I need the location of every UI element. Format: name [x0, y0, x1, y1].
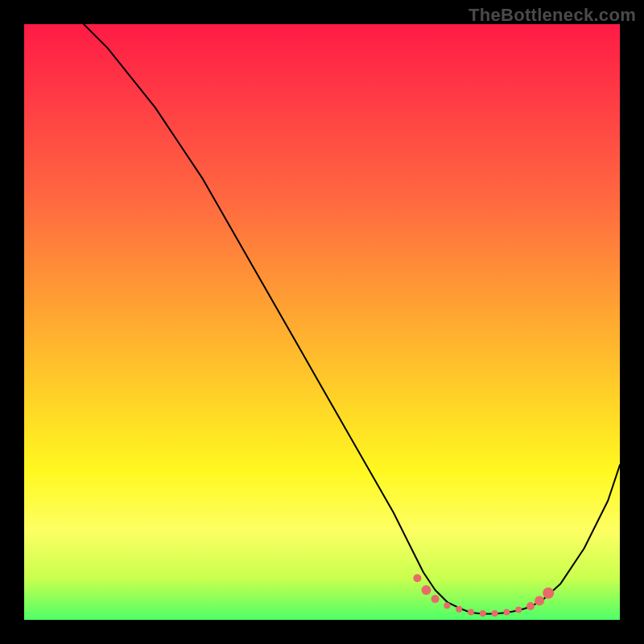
chart-frame: TheBottleneck.com	[0, 0, 644, 644]
valley-dot	[468, 609, 474, 615]
valley-dot	[526, 602, 535, 610]
valley-dot	[444, 602, 450, 609]
valley-dot	[456, 606, 462, 613]
bottleneck-curve	[84, 24, 620, 614]
valley-dots-group	[413, 574, 554, 617]
plot-svg	[24, 24, 620, 620]
valley-dot	[413, 574, 421, 582]
valley-dot	[422, 585, 431, 595]
valley-dot	[515, 606, 522, 613]
valley-dot	[431, 595, 440, 603]
watermark-label: TheBottleneck.com	[469, 5, 636, 26]
valley-dot	[535, 596, 544, 605]
valley-dot	[503, 609, 510, 615]
valley-dot	[492, 610, 498, 617]
valley-dot	[480, 610, 486, 617]
valley-dot	[543, 588, 554, 599]
